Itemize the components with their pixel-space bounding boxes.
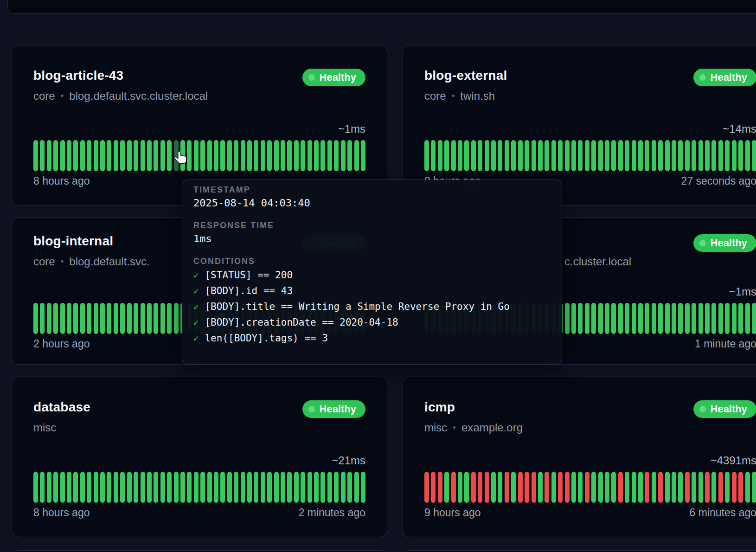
uptime-bar[interactable] — [94, 303, 98, 334]
uptime-bar[interactable] — [47, 303, 51, 334]
uptime-bar[interactable] — [40, 472, 45, 503]
uptime-bar[interactable] — [498, 472, 502, 503]
uptime-bar[interactable] — [100, 472, 105, 503]
uptime-bar[interactable] — [180, 472, 185, 503]
uptime-bar[interactable] — [147, 472, 152, 503]
uptime-bar[interactable] — [147, 303, 152, 334]
uptime-bar[interactable] — [94, 472, 98, 503]
uptime-bar[interactable] — [267, 472, 272, 503]
uptime-bar[interactable] — [167, 472, 172, 503]
uptime-bar[interactable] — [107, 140, 111, 171]
uptime-bar[interactable] — [598, 303, 603, 334]
uptime-bar[interactable] — [227, 472, 232, 503]
uptime-bar[interactable] — [558, 140, 563, 171]
uptime-bar[interactable] — [160, 303, 165, 334]
uptime-bar[interactable] — [598, 472, 603, 503]
uptime-bar[interactable] — [80, 303, 85, 334]
uptime-bar[interactable] — [464, 472, 469, 503]
uptime-bar[interactable] — [598, 140, 603, 171]
uptime-bar[interactable] — [752, 472, 756, 503]
uptime-bar[interactable] — [571, 140, 576, 171]
uptime-bar[interactable] — [705, 303, 710, 334]
uptime-bar[interactable] — [518, 472, 523, 503]
uptime-bar[interactable] — [314, 472, 319, 503]
uptime-bar[interactable] — [672, 303, 676, 334]
uptime-bar[interactable] — [160, 140, 165, 171]
uptime-bar[interactable] — [711, 303, 716, 334]
uptime-bar[interactable] — [685, 303, 690, 334]
uptime-bar[interactable] — [274, 140, 279, 171]
uptime-bar[interactable] — [87, 140, 91, 171]
uptime-bar[interactable] — [80, 472, 85, 503]
uptime-bar[interactable] — [167, 140, 172, 171]
uptime-bar[interactable] — [511, 472, 516, 503]
uptime-bar[interactable] — [334, 140, 339, 171]
uptime-bar[interactable] — [187, 472, 192, 503]
uptime-bar[interactable] — [665, 472, 670, 503]
uptime-bar[interactable] — [645, 140, 649, 171]
uptime-bar[interactable] — [471, 472, 476, 503]
uptime-bar[interactable] — [431, 140, 436, 171]
uptime-bar[interactable] — [73, 303, 78, 334]
uptime-bar[interactable] — [625, 303, 629, 334]
service-card[interactable]: icmp misc•example.org Healthy ~4391ms 9 … — [403, 377, 756, 537]
uptime-bar[interactable] — [625, 472, 629, 503]
uptime-bar[interactable] — [261, 140, 265, 171]
uptime-bar[interactable] — [67, 140, 71, 171]
uptime-bar[interactable] — [87, 303, 91, 334]
uptime-bar[interactable] — [174, 472, 179, 503]
uptime-bar[interactable] — [341, 140, 346, 171]
uptime-bar[interactable] — [698, 140, 703, 171]
uptime-bar[interactable] — [565, 303, 570, 334]
uptime-bar[interactable] — [638, 472, 643, 503]
uptime-bar[interactable] — [327, 472, 332, 503]
uptime-bar[interactable] — [611, 303, 616, 334]
uptime-bar[interactable] — [732, 303, 737, 334]
uptime-bar[interactable] — [538, 472, 543, 503]
service-card[interactable]: database misc• Healthy ~21ms 8 hours ago… — [12, 377, 387, 537]
uptime-bar[interactable] — [698, 472, 703, 503]
uptime-bar[interactable] — [438, 472, 442, 503]
uptime-bar[interactable] — [665, 303, 670, 334]
uptime-bar[interactable] — [698, 303, 703, 334]
uptime-bar[interactable] — [605, 472, 609, 503]
uptime-bar[interactable] — [114, 140, 118, 171]
uptime-bar[interactable] — [134, 140, 138, 171]
uptime-bar[interactable] — [261, 472, 265, 503]
uptime-bar[interactable] — [498, 140, 502, 171]
uptime-bar[interactable] — [638, 303, 643, 334]
uptime-bar[interactable] — [94, 140, 98, 171]
uptime-bar[interactable] — [732, 140, 737, 171]
uptime-bar[interactable] — [60, 140, 65, 171]
uptime-bar[interactable] — [565, 472, 570, 503]
uptime-bar[interactable] — [578, 140, 583, 171]
uptime-bar[interactable] — [525, 472, 529, 503]
uptime-bar[interactable] — [100, 140, 105, 171]
uptime-bar[interactable] — [320, 472, 325, 503]
uptime-bar[interactable] — [301, 472, 305, 503]
uptime-bar[interactable] — [147, 140, 152, 171]
uptime-bar[interactable] — [652, 303, 656, 334]
uptime-bar[interactable] — [154, 140, 158, 171]
uptime-bar[interactable] — [738, 472, 743, 503]
uptime-bar[interactable] — [33, 303, 38, 334]
uptime-bar[interactable] — [585, 303, 589, 334]
uptime-bar[interactable] — [738, 303, 743, 334]
uptime-bar[interactable] — [585, 140, 589, 171]
uptime-bar[interactable] — [611, 140, 616, 171]
uptime-bar[interactable] — [347, 140, 352, 171]
uptime-bar[interactable] — [47, 472, 51, 503]
uptime-bar[interactable] — [274, 472, 279, 503]
uptime-bar[interactable] — [705, 140, 710, 171]
uptime-bar[interactable] — [678, 140, 683, 171]
uptime-bar[interactable] — [705, 472, 710, 503]
uptime-bar[interactable] — [141, 140, 145, 171]
uptime-bar[interactable] — [207, 472, 212, 503]
uptime-bar[interactable] — [334, 472, 339, 503]
uptime-bar[interactable] — [718, 472, 723, 503]
uptime-bar[interactable] — [618, 140, 623, 171]
uptime-bar[interactable] — [505, 472, 509, 503]
uptime-bar[interactable] — [53, 303, 58, 334]
uptime-bar[interactable] — [505, 140, 509, 171]
uptime-bar[interactable] — [200, 472, 205, 503]
